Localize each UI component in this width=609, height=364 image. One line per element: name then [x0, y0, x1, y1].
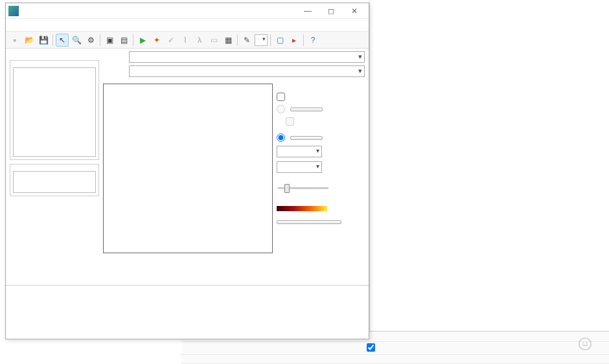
- open-icon[interactable]: 📂: [23, 34, 36, 47]
- settings-icon[interactable]: ⚙: [84, 34, 97, 47]
- help-icon[interactable]: ?: [306, 34, 319, 47]
- toolbar: ▫ 📂 💾 ↖ 🔍 ⚙ ▣ ▤ ▶ ✦ ✓ ⌇ λ ▭ ▦ ✎ ▢ ▸ ?: [6, 32, 369, 49]
- toolbar-combo[interactable]: [255, 34, 268, 46]
- menu-options[interactable]: [40, 24, 45, 27]
- menu-bar: [6, 19, 369, 32]
- lambda-icon[interactable]: λ: [193, 34, 206, 47]
- enforce-checkbox[interactable]: [367, 343, 375, 352]
- new-icon[interactable]: ▫: [8, 34, 21, 47]
- magphas-select[interactable]: [277, 161, 322, 173]
- data-info-title: [10, 61, 98, 65]
- run-icon[interactable]: ▶: [136, 34, 149, 47]
- tool-icon[interactable]: ✦: [150, 34, 163, 47]
- book-icon[interactable]: ▭: [207, 34, 220, 47]
- data-info-box[interactable]: [13, 67, 96, 157]
- idem-window: — ◻ ✕ ▫ 📂 💾 ↖ 🔍 ⚙ ▣ ▤ ▶ ✦ ✓ ⌇ λ ▭ ▦ ✎ ▢: [5, 3, 369, 339]
- stretch-slider[interactable]: [278, 187, 328, 189]
- doc-icon[interactable]: ▤: [117, 34, 130, 47]
- close-all-figs-button[interactable]: [277, 220, 341, 224]
- colormap-bar: [277, 206, 327, 211]
- zoom-icon[interactable]: 🔍: [70, 34, 83, 47]
- messages-panel: [6, 285, 369, 339]
- check-icon[interactable]: ✓: [165, 34, 178, 47]
- pointer-icon[interactable]: ↖: [56, 34, 69, 47]
- range-button-1[interactable]: [290, 108, 323, 111]
- model-info-group: [10, 164, 99, 196]
- data-combo[interactable]: [129, 51, 365, 63]
- svg-point-21: [579, 338, 591, 350]
- messages-box[interactable]: [11, 290, 363, 336]
- range-button-2[interactable]: [290, 136, 323, 140]
- pencil-icon[interactable]: ✎: [240, 34, 253, 47]
- flinear-select[interactable]: [277, 146, 322, 157]
- model-combo[interactable]: [129, 65, 365, 77]
- svg-point-23: [586, 342, 588, 343]
- flag-icon[interactable]: ▸: [288, 34, 301, 47]
- one-figure-checkbox[interactable]: [277, 93, 341, 101]
- copy-icon[interactable]: ▣: [103, 34, 116, 47]
- maximize-button[interactable]: ◻: [319, 4, 343, 18]
- app-icon: [8, 6, 19, 16]
- data-info-group: [10, 60, 99, 160]
- menu-model[interactable]: [29, 24, 34, 27]
- watermark: [578, 337, 596, 351]
- svg-point-22: [582, 342, 584, 343]
- info-title: [10, 52, 99, 56]
- minimize-button[interactable]: —: [296, 4, 319, 18]
- model-info-title: [10, 165, 98, 168]
- menu-workspace[interactable]: [8, 24, 14, 27]
- source-checkbox[interactable]: [286, 117, 341, 126]
- menu-help[interactable]: [50, 24, 55, 27]
- freq-radio[interactable]: [277, 133, 288, 142]
- title-bar[interactable]: — ◻ ✕: [6, 3, 369, 19]
- time-radio[interactable]: [277, 105, 288, 113]
- heatmap[interactable]: [103, 84, 273, 253]
- model-info-box[interactable]: [13, 171, 96, 193]
- display-icon[interactable]: ▢: [273, 34, 286, 47]
- graph-icon[interactable]: ⌇: [179, 34, 192, 47]
- page-icon[interactable]: ▦: [222, 34, 235, 47]
- close-button[interactable]: ✕: [343, 4, 366, 18]
- save-icon[interactable]: 💾: [37, 34, 50, 47]
- menu-data[interactable]: [19, 24, 24, 27]
